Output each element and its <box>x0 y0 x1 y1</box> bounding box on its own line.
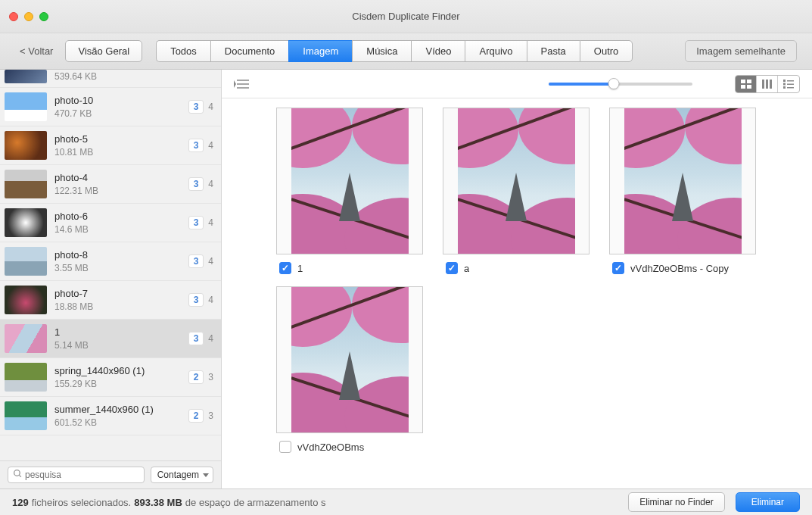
thumbnail <box>5 170 47 198</box>
count-badge: 34 <box>188 254 213 268</box>
grid-card[interactable]: vVdhZ0eOBms - Copy <box>609 108 756 274</box>
card-image <box>443 108 590 254</box>
select-checkbox[interactable] <box>279 262 291 274</box>
select-checkbox[interactable] <box>279 441 291 453</box>
similar-image-button[interactable]: Imagem semelhante <box>685 40 797 62</box>
svg-rect-10 <box>766 80 768 89</box>
item-name: spring_1440x960 (1) <box>54 365 188 376</box>
search-input[interactable] <box>25 470 139 480</box>
back-button[interactable]: < Voltar <box>15 42 58 60</box>
card-name: a <box>464 263 469 274</box>
select-checkbox[interactable] <box>446 262 458 274</box>
select-menu-icon[interactable] <box>234 79 249 89</box>
list-item[interactable]: photo-510.81 MB34 <box>0 126 221 165</box>
svg-rect-17 <box>787 87 794 89</box>
list-item[interactable]: 539.64 KB <box>0 70 221 88</box>
search-icon <box>13 469 23 481</box>
delete-button[interactable]: Eliminar <box>736 492 800 512</box>
svg-rect-7 <box>741 85 745 89</box>
delete-in-finder-button[interactable]: Eliminar no Finder <box>628 492 724 512</box>
svg-point-0 <box>14 470 20 476</box>
list-item[interactable]: photo-614.6 MB34 <box>0 204 221 242</box>
search-field[interactable] <box>8 467 145 483</box>
tab-documento[interactable]: Documento <box>210 40 288 62</box>
count-badge: 34 <box>188 332 213 345</box>
item-name: photo-4 <box>54 172 188 183</box>
svg-rect-16 <box>783 86 786 89</box>
grid-view-button[interactable] <box>736 76 757 92</box>
count-badge: 34 <box>188 139 213 152</box>
tab-todos[interactable]: Todos <box>156 40 210 62</box>
thumbnail <box>5 324 47 353</box>
thumbnail <box>5 131 47 160</box>
thumbnail <box>5 70 47 83</box>
list-item[interactable]: photo-718.88 MB34 <box>0 281 221 320</box>
tab-pasta[interactable]: Pasta <box>527 40 580 62</box>
thumbnail-size-slider[interactable] <box>549 83 692 86</box>
tab-vídeo[interactable]: Vídeo <box>411 40 465 62</box>
thumbnail <box>5 363 47 392</box>
thumbnail <box>5 401 47 430</box>
selected-size: 893.38 MB <box>134 497 182 508</box>
item-name: photo-10 <box>54 95 188 106</box>
list-item[interactable]: spring_1440x960 (1)155.29 KB23 <box>0 358 221 397</box>
status-text: 129 ficheiros selecionados. 893.38 MB de… <box>12 497 326 508</box>
status-bar: 129 ficheiros selecionados. 893.38 MB de… <box>0 488 812 515</box>
item-name: photo-6 <box>54 211 188 222</box>
item-name: photo-8 <box>54 249 188 261</box>
item-size: 601.52 KB <box>54 417 188 428</box>
tab-imagem[interactable]: Imagem <box>288 40 352 62</box>
grid-card[interactable]: a <box>443 108 590 274</box>
count-badge: 23 <box>188 370 213 384</box>
card-image <box>609 108 756 254</box>
item-name: summer_1440x960 (1) <box>54 404 188 415</box>
item-name: 1 <box>54 326 188 338</box>
card-name: vVdhZ0eOBms <box>297 442 364 453</box>
titlebar: Cisdem Duplicate Finder <box>0 0 812 33</box>
overview-button[interactable]: Visão Geral <box>65 40 142 62</box>
count-badge: 34 <box>188 177 213 191</box>
view-mode-segment <box>735 75 800 93</box>
item-size: 470.7 KB <box>54 108 188 119</box>
tab-arquivo[interactable]: Arquivo <box>465 40 526 62</box>
svg-rect-14 <box>783 83 786 85</box>
item-size: 3.55 MB <box>54 263 188 273</box>
card-image <box>276 108 423 254</box>
svg-rect-11 <box>770 80 772 89</box>
sidebar-footer: Contagem <box>0 460 221 488</box>
thumbnail <box>5 247 47 276</box>
duplicate-group-list[interactable]: 539.64 KBphoto-10470.7 KB34photo-510.81 … <box>0 70 221 460</box>
list-item[interactable]: summer_1440x960 (1)601.52 KB23 <box>0 397 221 435</box>
item-size: 155.29 KB <box>54 379 188 389</box>
item-name: photo-7 <box>54 288 188 299</box>
item-size: 5.14 MB <box>54 340 188 351</box>
svg-line-1 <box>19 475 21 477</box>
svg-rect-15 <box>787 83 794 85</box>
svg-rect-13 <box>787 80 794 82</box>
count-badge: 34 <box>188 100 213 114</box>
sort-label: Contagem <box>157 470 199 480</box>
count-badge: 34 <box>188 216 213 229</box>
svg-rect-8 <box>747 85 751 89</box>
list-view-button[interactable] <box>778 76 799 92</box>
item-size: 14.6 MB <box>54 224 188 235</box>
column-view-button[interactable] <box>757 76 778 92</box>
selected-count: 129 <box>12 497 29 508</box>
toolbar: < Voltar Visão Geral TodosDocumentoImage… <box>0 33 812 70</box>
grid-card[interactable]: 1 <box>276 108 423 274</box>
select-checkbox[interactable] <box>612 262 624 274</box>
tab-outro[interactable]: Outro <box>580 40 633 62</box>
list-item[interactable]: 15.14 MB34 <box>0 320 221 358</box>
item-size: 539.64 KB <box>54 71 213 82</box>
card-image <box>276 286 423 433</box>
thumbnail <box>5 286 47 314</box>
window-title: Cisdem Duplicate Finder <box>0 11 812 22</box>
list-item[interactable]: photo-4122.31 MB34 <box>0 165 221 204</box>
list-item[interactable]: photo-10470.7 KB34 <box>0 88 221 126</box>
grid-card[interactable]: vVdhZ0eOBms <box>276 286 423 453</box>
sort-dropdown[interactable]: Contagem <box>151 467 213 483</box>
main-panel: 1avVdhZ0eOBms - CopyvVdhZ0eOBms <box>222 70 812 488</box>
item-size: 10.81 MB <box>54 147 188 158</box>
tab-música[interactable]: Música <box>352 40 411 62</box>
list-item[interactable]: photo-83.55 MB34 <box>0 242 221 281</box>
